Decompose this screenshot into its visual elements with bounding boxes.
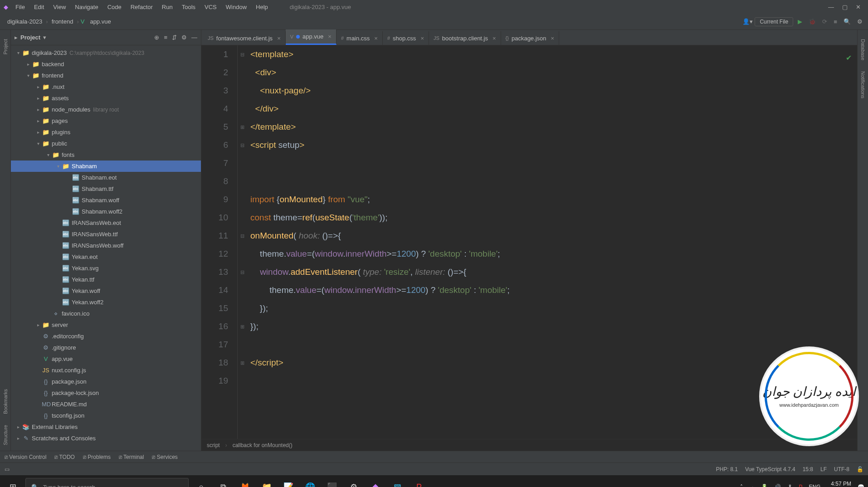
run-config-select[interactable]: Current File: [755, 17, 793, 26]
close-tab-icon[interactable]: ×: [493, 35, 496, 42]
tree-item[interactable]: ▾📁digikala-2023C:\xampp\htdocs\digikala-…: [11, 47, 201, 58]
tree-item[interactable]: 🔤Yekan.woff2: [11, 297, 201, 308]
tray-volume-icon[interactable]: 🔊: [774, 484, 781, 487]
tree-item[interactable]: ▸✎Scratches and Consoles: [11, 433, 201, 444]
taskview-icon[interactable]: ⧉: [214, 478, 232, 487]
cortana-icon[interactable]: ○: [192, 478, 210, 487]
close-tab-icon[interactable]: ×: [551, 35, 555, 42]
hide-icon[interactable]: —: [191, 34, 197, 41]
tree-item[interactable]: JSnuxt.config.js: [11, 365, 201, 376]
editor-tab[interactable]: #main.css×: [336, 31, 383, 45]
maximize-icon[interactable]: ▢: [842, 4, 848, 10]
close-tab-icon[interactable]: ×: [420, 35, 424, 42]
tree-item[interactable]: 🔤IRANSansWeb.woff: [11, 240, 201, 251]
tree-item[interactable]: ▸📚External Libraries: [11, 421, 201, 433]
tree-item[interactable]: 🔤Yekan.ttf: [11, 274, 201, 285]
editor-tab[interactable]: #shop.css×: [383, 31, 429, 45]
tree-item[interactable]: ⋄favicon.ico: [11, 308, 201, 319]
bottom-tool-todo[interactable]: ⎚ TODO: [54, 454, 75, 460]
editor-tab[interactable]: JSfontawesome.client.js×: [203, 31, 286, 45]
menu-file[interactable]: File: [12, 2, 29, 12]
chevron-icon[interactable]: ▸: [34, 322, 42, 327]
chevron-icon[interactable]: ▸: [24, 62, 32, 67]
tray-network-icon[interactable]: 🖧: [787, 484, 793, 487]
close-tab-icon[interactable]: ×: [277, 35, 281, 42]
status-php[interactable]: PHP: 8.1: [716, 466, 738, 472]
tray-app-icon[interactable]: P: [799, 484, 803, 487]
project-tool-button[interactable]: Project: [3, 39, 8, 54]
editor-tab[interactable]: JSbootstrap.client.js×: [429, 31, 501, 45]
editor-breadcrumbs[interactable]: script › callback for onMounted(): [201, 439, 857, 451]
menu-vcs[interactable]: VCS: [201, 2, 220, 12]
project-view-dropdown[interactable]: ▾: [43, 34, 46, 41]
minimize-icon[interactable]: —: [828, 4, 834, 10]
tree-item[interactable]: ▾📁public: [11, 138, 201, 149]
tree-item[interactable]: ⚙.editorconfig: [11, 331, 201, 342]
app-icon[interactable]: ▧: [388, 478, 406, 487]
status-ts[interactable]: Vue TypeScript 4.7.4: [745, 466, 795, 472]
tree-item[interactable]: {}package.json: [11, 376, 201, 387]
tree-item[interactable]: 🔤Shabnam.eot: [11, 172, 201, 183]
tray-onedrive-icon[interactable]: ☁: [749, 484, 755, 487]
tree-item[interactable]: 🔤Shabnam.ttf: [11, 183, 201, 195]
menu-tools[interactable]: Tools: [178, 2, 199, 12]
chevron-icon[interactable]: ▾: [24, 73, 32, 78]
bottom-tool-problems[interactable]: ⎚ Problems: [83, 454, 111, 460]
user-icon[interactable]: 👤▾: [741, 16, 755, 27]
chevron-icon[interactable]: ▸: [34, 84, 42, 89]
start-button[interactable]: ⊞: [4, 478, 22, 487]
database-tool-button[interactable]: Database: [860, 39, 866, 60]
tree-item[interactable]: ▾📁Shabnam: [11, 161, 201, 172]
app-icon-p[interactable]: P: [410, 478, 428, 487]
chevron-icon[interactable]: ▾: [34, 141, 42, 146]
tree-item[interactable]: ⚙.gitignore: [11, 342, 201, 353]
system-tray[interactable]: ˄ ☁ 🔋 🔊 🖧 P ENG 4:57 PM 1/25/2024 💬: [740, 481, 864, 487]
chevron-icon[interactable]: ▸: [34, 96, 42, 101]
tree-item[interactable]: MDREADME.md: [11, 399, 201, 410]
chevron-icon[interactable]: ▾: [15, 50, 22, 55]
tree-item[interactable]: 🔤Shabnam.woff: [11, 195, 201, 206]
status-icon[interactable]: ▭: [5, 466, 10, 472]
editor-tab[interactable]: {}package.json×: [501, 31, 560, 45]
tree-item[interactable]: 🔤IRANSansWeb.ttf: [11, 229, 201, 240]
tree-item[interactable]: ▸📁.nuxt: [11, 81, 201, 93]
chevron-icon[interactable]: ▸: [34, 107, 42, 112]
menu-edit[interactable]: Edit: [30, 2, 48, 12]
menu-navigate[interactable]: Navigate: [71, 2, 102, 12]
tree-item[interactable]: 🔤Yekan.eot: [11, 251, 201, 263]
close-tab-icon[interactable]: ×: [328, 33, 332, 40]
tree-item[interactable]: ▸📁server: [11, 319, 201, 331]
notepad-icon[interactable]: 📝: [279, 478, 297, 487]
phpstorm-icon[interactable]: ◆: [366, 478, 385, 487]
editor-tab[interactable]: Vapp.vue×: [286, 29, 336, 45]
explorer-icon[interactable]: 📁: [258, 478, 276, 487]
status-encoding[interactable]: UTF-8: [834, 466, 849, 472]
bottom-tool-services[interactable]: ⎚ Services: [152, 454, 177, 460]
expand-icon[interactable]: ≡: [164, 34, 167, 41]
fold-column[interactable]: ⊟ ⊞⊟ ⊟ ⊟ ⊞ ⊞: [238, 45, 247, 439]
structure-tool-button[interactable]: Structure: [3, 425, 8, 445]
tree-item[interactable]: Vapp.vue: [11, 353, 201, 365]
menu-help[interactable]: Help: [252, 2, 272, 12]
project-view-selector[interactable]: ▸: [15, 34, 18, 41]
bottom-tool-terminal[interactable]: ⎚ Terminal: [119, 454, 144, 460]
chrome-icon[interactable]: 🌐: [301, 478, 319, 487]
tree-item[interactable]: 🔤Yekan.svg: [11, 263, 201, 274]
run-icon[interactable]: ▶: [796, 16, 804, 27]
tree-item[interactable]: 🔤Yekan.woff: [11, 285, 201, 297]
search-icon[interactable]: 🔍: [842, 16, 853, 27]
menu-refactor[interactable]: Refactor: [127, 2, 156, 12]
settings-icon[interactable]: ⚙: [345, 478, 363, 487]
breadcrumb[interactable]: frontend: [48, 17, 77, 26]
gear-icon[interactable]: ⚙: [181, 34, 187, 41]
firefox-icon[interactable]: 🦊: [236, 478, 254, 487]
tree-item[interactable]: ▸📁backend: [11, 58, 201, 70]
tree-item[interactable]: 🔤IRANSansWeb.eot: [11, 217, 201, 229]
stop-icon[interactable]: ■: [832, 16, 839, 27]
close-icon[interactable]: ✕: [856, 4, 861, 10]
menu-code[interactable]: Code: [104, 2, 125, 12]
chevron-icon[interactable]: ▸: [34, 118, 42, 123]
chevron-icon[interactable]: ▸: [15, 436, 22, 441]
tree-item[interactable]: ▸📁node_moduleslibrary root: [11, 104, 201, 115]
chevron-icon[interactable]: ▸: [15, 424, 22, 429]
